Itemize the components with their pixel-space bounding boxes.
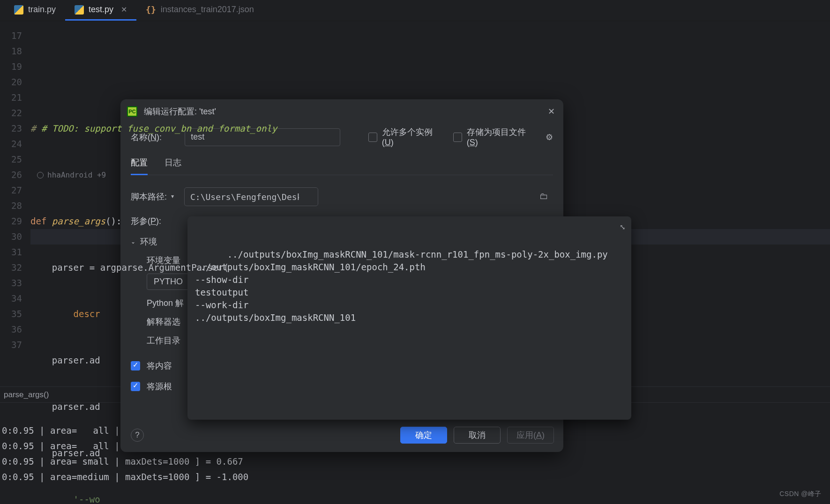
cancel-button[interactable]: 取消 bbox=[454, 427, 501, 444]
dialog-buttons: 确定 取消 应用(A) bbox=[400, 427, 554, 444]
chevron-down-icon: ⌄ bbox=[131, 238, 135, 245]
checkbox-icon[interactable] bbox=[131, 382, 140, 391]
help-button[interactable]: ? bbox=[131, 429, 144, 442]
code-todo-comment: # TODO: support fuse_conv_bn and format_… bbox=[41, 123, 277, 133]
apply-button[interactable]: 应用(A) bbox=[507, 427, 554, 444]
author-annotation: hhaAndroid +9 bbox=[30, 167, 830, 183]
script-path-dropdown[interactable]: 脚本路径:▸ bbox=[131, 191, 178, 202]
close-icon[interactable]: ✕ bbox=[548, 106, 555, 117]
ok-button[interactable]: 确定 bbox=[400, 427, 447, 444]
pycharm-icon: PC bbox=[127, 106, 137, 117]
app-root: train.py test.py ✕ {} instances_train201… bbox=[0, 0, 830, 504]
person-icon bbox=[37, 172, 44, 178]
script-path-input[interactable] bbox=[184, 187, 318, 206]
dialog-header: PC 编辑运行配置: 'test' ✕ bbox=[120, 99, 563, 124]
dialog-title: 编辑运行配置: 'test' bbox=[144, 106, 216, 117]
python-env-box[interactable]: PYTHO bbox=[147, 274, 190, 290]
folder-icon[interactable]: 🗀 bbox=[539, 191, 548, 201]
